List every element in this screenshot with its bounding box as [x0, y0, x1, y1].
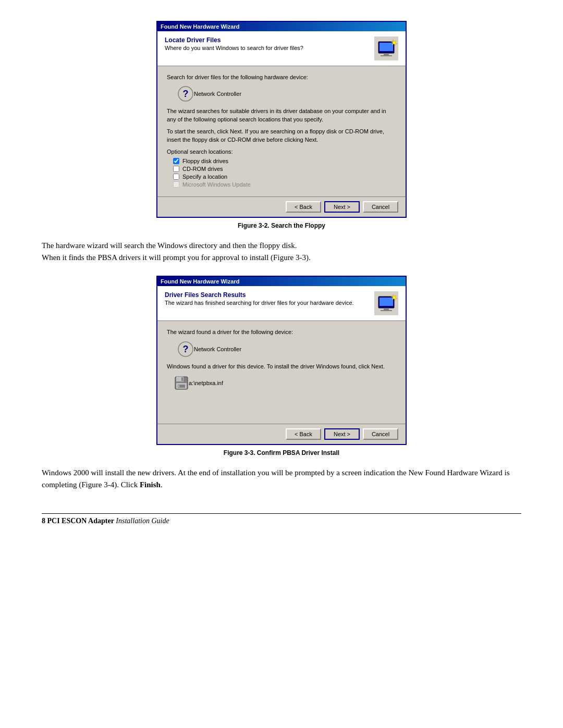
checkbox-floppy-label: Floppy disk drives — [182, 158, 228, 164]
dialog1-main: Search for driver files for the followin… — [157, 66, 406, 196]
dialog2-back-button[interactable]: < Back — [286, 428, 321, 440]
page-content: Found New Hardware Wizard Locate Driver … — [42, 21, 521, 525]
dialog1-header-subtitle: Where do you want Windows to search for … — [165, 45, 303, 51]
dialog2-device-row: ? Network Controller — [177, 341, 396, 357]
checkbox-cdrom[interactable] — [173, 166, 179, 172]
checkbox-winupdate-label: Microsoft Windows Update — [182, 181, 251, 188]
svg-text:?: ? — [183, 89, 189, 99]
network-controller-icon: ? — [177, 85, 194, 102]
dialog2-next-button[interactable]: Next > — [324, 428, 360, 440]
dialog2-para1: Windows found a driver for this device. … — [167, 363, 396, 371]
svg-rect-3 — [384, 53, 389, 55]
dialog1-body: Locate Driver Files Where do you want Wi… — [157, 31, 406, 217]
svg-text:?: ? — [183, 344, 189, 354]
dialog2-search-label: The wizard found a driver for the follow… — [167, 328, 396, 336]
dialog2-title: Found New Hardware Wizard — [161, 278, 239, 285]
svg-rect-13 — [381, 310, 392, 311]
page-footer: 8 PCI ESCON Adapter Installation Guide — [42, 503, 521, 525]
dialog1-para1: The wizard searches for suitable drivers… — [167, 107, 396, 124]
figure1-dialog: Found New Hardware Wizard Locate Driver … — [156, 21, 407, 218]
dialog2-titlebar: Found New Hardware Wizard — [157, 277, 406, 286]
footer-rule — [42, 513, 521, 514]
checkbox-cdrom-row: CD-ROM drives — [173, 166, 396, 172]
footer-text: 8 PCI ESCON Adapter Installation Guide — [42, 517, 521, 525]
dialog1-title: Found New Hardware Wizard — [161, 23, 239, 30]
dialog1-header: Locate Driver Files Where do you want Wi… — [157, 31, 406, 66]
checkbox-specify-label: Specify a location — [182, 174, 227, 180]
dialog2-header-subtitle: The wizard has finished searching for dr… — [165, 300, 354, 306]
dialog1-device-row: ? Network Controller — [177, 85, 396, 102]
svg-rect-4 — [381, 55, 392, 56]
dialog2-footer: < Back Next > Cancel — [157, 424, 406, 444]
checkbox-floppy[interactable] — [173, 158, 179, 164]
dialog2-body: Driver Files Search Results The wizard h… — [157, 286, 406, 444]
dialog2-header: Driver Files Search Results The wizard h… — [157, 286, 406, 321]
body2-para1: Windows 2000 will install the new driver… — [42, 467, 521, 490]
footer-bold: 8 PCI ESCON Adapter — [42, 517, 114, 525]
checkbox-specify-row: Specify a location — [173, 174, 396, 180]
checkbox-winupdate-row: Microsoft Windows Update — [173, 181, 396, 188]
svg-rect-24 — [178, 385, 179, 387]
wizard-icon — [374, 36, 398, 60]
dialog1-titlebar: Found New Hardware Wizard — [157, 22, 406, 31]
svg-rect-12 — [384, 308, 389, 310]
checkbox-cdrom-label: CD-ROM drives — [182, 166, 223, 172]
body-text-section: The hardware wizard will search the Wind… — [42, 240, 521, 263]
dialog1-para2: To start the search, click Next. If you … — [167, 128, 396, 144]
svg-rect-21 — [181, 377, 183, 381]
figure2-dialog: Found New Hardware Wizard Driver Files S… — [156, 276, 407, 445]
network-controller-icon-2: ? — [177, 341, 194, 357]
dialog1-header-title: Locate Driver Files — [165, 36, 303, 44]
wizard-icon-2 — [374, 291, 398, 315]
dialog2-device-name: Network Controller — [194, 346, 241, 352]
dialog1-search-label: Search for driver files for the followin… — [167, 73, 396, 81]
checkbox-winupdate[interactable] — [173, 181, 179, 188]
dialog1-device-name: Network Controller — [194, 91, 241, 97]
dialog1-header-text: Locate Driver Files Where do you want Wi… — [165, 36, 303, 51]
checkbox-specify[interactable] — [173, 174, 179, 180]
dialog1-footer: < Back Next > Cancel — [157, 196, 406, 217]
dialog2-file-row: a:\netpbxa.inf — [174, 376, 396, 390]
dialog1-cancel-button[interactable]: Cancel — [363, 201, 398, 213]
floppy-disk-icon — [174, 376, 189, 390]
figure2-caption: Figure 3-3. Confirm PBSA Driver Install — [224, 449, 339, 456]
svg-rect-2 — [380, 43, 393, 51]
dialog2-header-title: Driver Files Search Results — [165, 291, 354, 299]
dialog2-main: The wizard found a driver for the follow… — [157, 321, 406, 424]
body-para1: The hardware wizard will search the Wind… — [42, 240, 521, 263]
footer-italic: Installation Guide — [114, 517, 169, 525]
dialog2-file-name: a:\netpbxa.inf — [189, 380, 223, 386]
checkbox-floppy-row: Floppy disk drives — [173, 158, 396, 164]
search-locations-label: Optional search locations: — [167, 148, 396, 156]
dialog2-cancel-button[interactable]: Cancel — [363, 428, 398, 440]
body-text2-section: Windows 2000 will install the new driver… — [42, 467, 521, 490]
dialog1-search-locations: Optional search locations: Floppy disk d… — [167, 148, 396, 188]
dialog1-next-button[interactable]: Next > — [324, 201, 360, 213]
dialog2-header-text: Driver Files Search Results The wizard h… — [165, 291, 354, 306]
dialog1-back-button[interactable]: < Back — [286, 201, 321, 213]
svg-rect-11 — [380, 298, 393, 306]
figure1-caption: Figure 3-2. Search the Floppy — [238, 222, 325, 229]
